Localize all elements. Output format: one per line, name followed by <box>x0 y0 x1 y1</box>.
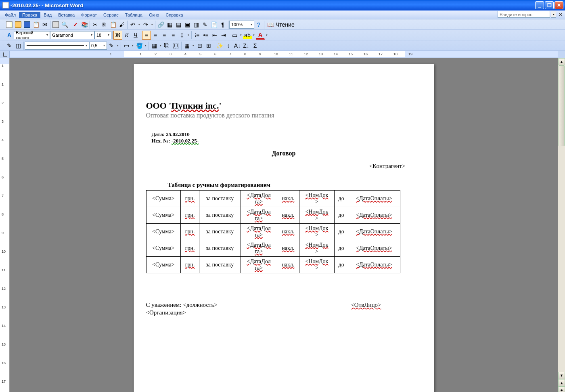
table-row[interactable]: <Сумма>грн.за поставку<ДатаДолга>накл.<Н… <box>146 257 400 273</box>
bold-button[interactable]: Ж <box>113 31 122 40</box>
font-size-combo[interactable]: 18▾ <box>94 31 111 39</box>
zoom-combo[interactable]: 100%▾ <box>229 21 254 29</box>
sort-asc-button[interactable]: A↓ <box>233 41 242 50</box>
borders-dropdown[interactable]: ▾ <box>239 34 243 37</box>
sort-desc-button[interactable]: Z↓ <box>242 41 251 50</box>
outside-border-button[interactable]: ▭ <box>122 41 131 50</box>
tab-selector[interactable] <box>0 51 10 58</box>
decrease-indent-button[interactable]: ⇤ <box>210 31 219 40</box>
menu-insert[interactable]: Вставка <box>55 12 78 18</box>
save-button[interactable] <box>23 20 31 29</box>
read-mode-button[interactable]: 📖 Чтение <box>265 20 297 29</box>
align-cell-dropdown[interactable]: ▾ <box>191 44 195 47</box>
doc-table[interactable]: <Сумма>грн.за поставку<ДатаДолга>накл.<Н… <box>146 190 400 273</box>
doc-close-button[interactable]: ✕ <box>558 12 563 17</box>
border-color-button[interactable]: ✎ <box>107 41 116 50</box>
align-right-button[interactable]: ≡ <box>160 31 169 40</box>
copy-button[interactable]: ⎘ <box>100 20 109 29</box>
autoformat-button[interactable]: ✨ <box>215 41 224 50</box>
line-spacing-button[interactable]: ‡ <box>178 31 186 40</box>
shading-color-dropdown[interactable]: ▾ <box>144 44 148 47</box>
help-button[interactable]: ? <box>254 20 263 29</box>
excel-button[interactable]: ▣ <box>183 20 192 29</box>
undo-dropdown[interactable]: ▾ <box>137 23 141 26</box>
redo-dropdown[interactable]: ▾ <box>150 23 154 26</box>
merge-cells-button[interactable]: ⿻ <box>163 41 172 50</box>
styles-pane-button[interactable]: A <box>5 31 14 40</box>
doc-ref[interactable]: Исх. №: -2010.02.25- <box>152 138 422 144</box>
paste-button[interactable]: 📋 <box>109 20 117 29</box>
sign-org[interactable]: <Организация> <box>146 309 422 316</box>
company-heading[interactable]: ООО 'Пупкин inc.' <box>146 101 422 111</box>
scroll-thumb[interactable] <box>559 65 565 146</box>
cut-button[interactable]: ✂ <box>91 20 100 29</box>
toolbar-grip[interactable] <box>2 42 4 50</box>
prev-page-button[interactable]: ▴ <box>558 379 565 386</box>
italic-button[interactable]: К <box>122 31 131 40</box>
align-justify-button[interactable]: ≡ <box>169 31 178 40</box>
borders-button[interactable]: ▭ <box>230 31 239 40</box>
drawing-button[interactable]: ✎ <box>201 20 209 29</box>
insert-table2-dropdown[interactable]: ▾ <box>159 44 163 47</box>
style-combo[interactable]: Верхний колонт▾ <box>14 31 50 39</box>
table-row[interactable]: <Сумма>грн.за поставку<ДатаДолга>накл.<Н… <box>146 240 400 257</box>
numbered-list-button[interactable]: ⁝≡ <box>193 31 201 40</box>
new-doc-button[interactable] <box>5 20 14 29</box>
doc-date[interactable]: Дата: 25.02.2010 <box>152 131 422 138</box>
open-button[interactable] <box>14 20 23 29</box>
print-preview-button[interactable]: 🔍 <box>60 20 69 29</box>
minimize-button[interactable]: _ <box>535 1 544 9</box>
close-button[interactable]: ✕ <box>555 1 563 9</box>
doc-title[interactable]: Договор <box>146 150 422 157</box>
menu-table[interactable]: Таблица <box>122 12 146 18</box>
company-subtitle[interactable]: Оптовая поставка продуктов детского пита… <box>146 112 422 119</box>
vertical-scrollbar[interactable]: ▲ ▼ ▴ ● ▾ <box>558 58 565 392</box>
show-marks-button[interactable]: ¶ <box>218 20 227 29</box>
spellcheck-button[interactable]: ✓ <box>71 20 80 29</box>
insert-table2-button[interactable]: ▦ <box>150 41 159 50</box>
line-style-combo[interactable]: ▾ <box>25 42 89 50</box>
mail-button[interactable]: ✉ <box>40 20 49 29</box>
vertical-ruler[interactable]: 11234567891011121314151617 <box>0 58 10 392</box>
bulleted-list-button[interactable]: •≡ <box>201 31 210 40</box>
document-page[interactable]: ООО 'Пупкин inc.' Оптовая поставка проду… <box>134 64 434 392</box>
table-row[interactable]: <Сумма>грн.за поставку<ДатаДолга>накл.<Н… <box>146 207 400 224</box>
help-search-dropdown[interactable]: ▾ <box>551 11 556 18</box>
menu-file[interactable]: Файл <box>2 12 19 18</box>
menu-help[interactable]: Справка <box>162 12 186 18</box>
table-row[interactable]: <Сумма>грн.за поставку<ДатаДолга>накл.<Н… <box>146 224 400 240</box>
permissions-button[interactable]: 📋 <box>31 20 40 29</box>
text-direction-button[interactable]: ↕ <box>224 41 233 50</box>
help-search-input[interactable] <box>498 11 550 18</box>
font-color-button[interactable]: A <box>256 31 265 40</box>
line-spacing-dropdown[interactable]: ▾ <box>186 34 190 37</box>
highlight-dropdown[interactable]: ▾ <box>252 34 256 37</box>
redo-button[interactable]: ↷ <box>141 20 150 29</box>
table-heading[interactable]: Таблица с ручным форматированием <box>168 182 422 189</box>
research-button[interactable]: 📚 <box>80 20 89 29</box>
horizontal-ruler[interactable]: 112345678910111213141516171819 <box>10 51 558 57</box>
browse-object-button[interactable]: ● <box>558 386 565 392</box>
align-cell-button[interactable]: ▦ <box>182 41 191 50</box>
line-weight-combo[interactable]: 0,5▾ <box>89 42 107 50</box>
eraser-button[interactable]: ◫ <box>14 41 23 50</box>
menu-view[interactable]: Вид <box>40 12 55 18</box>
counterparty[interactable]: <Контрагент> <box>146 163 422 170</box>
outside-border-dropdown[interactable]: ▾ <box>131 44 135 47</box>
print-button[interactable] <box>51 20 60 29</box>
autosum-button[interactable]: Σ <box>251 41 259 50</box>
menu-window[interactable]: Окно <box>146 12 163 18</box>
align-left-button[interactable]: ≡ <box>142 31 151 40</box>
undo-button[interactable]: ↶ <box>128 20 137 29</box>
tables-borders-button[interactable]: ▦ <box>165 20 174 29</box>
distribute-rows-button[interactable]: ⊟ <box>195 41 204 50</box>
align-center-button[interactable]: ≡ <box>151 31 160 40</box>
increase-indent-button[interactable]: ⇥ <box>219 31 228 40</box>
doc-map-button[interactable]: 📄 <box>209 20 218 29</box>
scroll-up-button[interactable]: ▲ <box>558 58 565 65</box>
font-color-dropdown[interactable]: ▾ <box>265 34 269 37</box>
signature-row[interactable]: С уважением: <должность> <ОтвЛицо> <box>146 302 422 308</box>
maximize-button[interactable]: ❐ <box>545 1 554 9</box>
menu-tools[interactable]: Сервис <box>100 12 122 18</box>
insert-table-button[interactable]: ▤ <box>174 20 183 29</box>
